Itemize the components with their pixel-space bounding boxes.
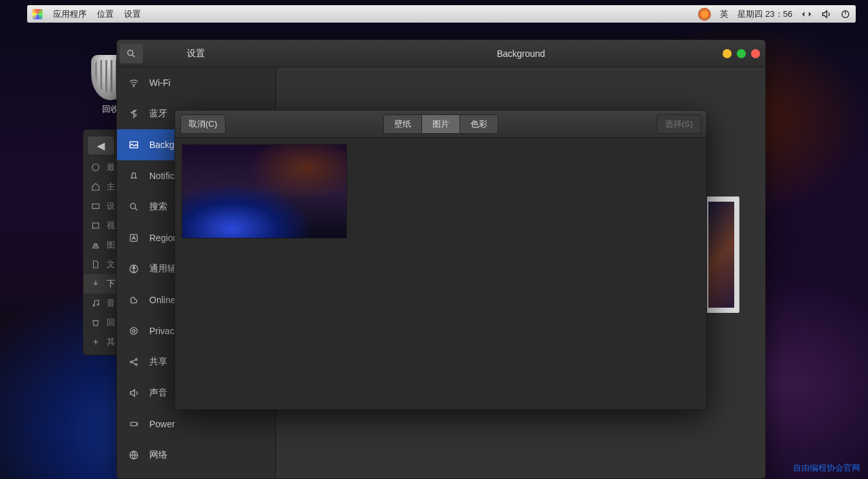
ime-indicator[interactable]: 英 — [720, 8, 728, 20]
files-place-item[interactable]: 下 — [83, 274, 118, 293]
files-back-button[interactable]: ◀ — [88, 136, 114, 154]
svg-point-8 — [133, 86, 134, 87]
distro-logo-icon[interactable] — [698, 8, 711, 21]
search-icon — [126, 48, 136, 59]
select-button[interactable]: 选择(S) — [657, 114, 701, 134]
files-place-item[interactable]: 文 — [83, 255, 118, 274]
svg-point-5 — [93, 304, 94, 306]
lockscreen-preview[interactable] — [703, 197, 739, 313]
window-maximize-button[interactable] — [737, 49, 746, 58]
svg-rect-19 — [131, 422, 136, 425]
online-accounts-icon — [129, 295, 139, 305]
applications-menu[interactable]: 应用程序 — [53, 8, 87, 20]
files-place-item[interactable]: 设 — [83, 197, 118, 216]
files-window-sidebar: ◀ 最 主 设 视 图 文 下 音 回 其 — [83, 129, 118, 356]
category-wifi[interactable]: Wi-Fi — [117, 67, 275, 98]
clock[interactable]: 星期四 23：56 — [737, 8, 792, 20]
settings-headerbar[interactable]: 设置 Background — [117, 40, 765, 67]
svg-point-15 — [132, 330, 135, 332]
settings-menu[interactable]: 设置 — [124, 8, 141, 20]
svg-point-17 — [136, 359, 138, 361]
chooser-grid — [175, 138, 706, 409]
window-minimize-button[interactable] — [723, 49, 732, 58]
region-icon — [129, 233, 139, 243]
svg-rect-3 — [92, 223, 98, 228]
tab-colors[interactable]: 色彩 — [460, 115, 498, 133]
watermark-text: 自由编程协会官网 — [793, 462, 860, 474]
accessibility-icon — [129, 264, 139, 274]
search-icon — [129, 202, 139, 212]
background-icon — [129, 140, 139, 150]
chooser-headerbar[interactable]: 取消(C) 壁纸 图片 色彩 选择(S) — [175, 111, 706, 138]
svg-point-6 — [97, 304, 98, 305]
files-place-item[interactable]: 图 — [83, 235, 118, 255]
svg-rect-2 — [92, 204, 100, 209]
window-close-button[interactable] — [751, 49, 760, 58]
bell-icon — [129, 171, 139, 181]
background-chooser-dialog: 取消(C) 壁纸 图片 色彩 选择(S) — [175, 110, 707, 410]
wifi-icon — [129, 78, 139, 88]
settings-title-left: 设置 — [187, 48, 205, 59]
tab-pictures[interactable]: 图片 — [422, 115, 460, 133]
files-place-item[interactable]: 主 — [83, 177, 118, 197]
resize-icon[interactable] — [801, 9, 812, 19]
category-power[interactable]: Power — [117, 409, 275, 440]
files-place-item[interactable]: 其 — [83, 332, 118, 352]
files-place-item[interactable]: 音 — [83, 293, 118, 313]
top-panel: 应用程序 位置 设置 英 星期四 23：56 — [27, 5, 856, 23]
files-place-item[interactable]: 最 — [83, 158, 118, 177]
svg-point-1 — [92, 164, 100, 171]
svg-point-18 — [136, 364, 138, 366]
cancel-button[interactable]: 取消(C) — [180, 114, 226, 134]
applications-menu-icon[interactable] — [32, 9, 43, 19]
privacy-icon — [129, 326, 139, 336]
volume-icon[interactable] — [821, 9, 831, 19]
category-network[interactable]: 网络 — [117, 440, 275, 471]
power-icon[interactable] — [840, 9, 851, 19]
picture-thumbnail[interactable] — [182, 144, 347, 239]
tab-wallpaper[interactable]: 壁纸 — [384, 115, 422, 133]
share-icon — [129, 357, 139, 367]
chooser-tabs: 壁纸 图片 色彩 — [383, 114, 498, 134]
places-menu[interactable]: 位置 — [97, 8, 114, 20]
power-icon — [129, 419, 139, 429]
files-place-item[interactable]: 视 — [83, 216, 118, 235]
svg-point-7 — [128, 50, 133, 55]
settings-title-right: Background — [497, 48, 545, 59]
sound-icon — [129, 388, 139, 398]
files-place-item[interactable]: 回 — [83, 313, 118, 332]
settings-search-button[interactable] — [120, 44, 143, 63]
svg-point-14 — [131, 328, 138, 335]
network-icon — [129, 450, 139, 460]
svg-point-10 — [131, 204, 136, 209]
svg-point-13 — [133, 266, 135, 268]
svg-point-16 — [131, 361, 132, 363]
bluetooth-icon — [129, 109, 139, 119]
